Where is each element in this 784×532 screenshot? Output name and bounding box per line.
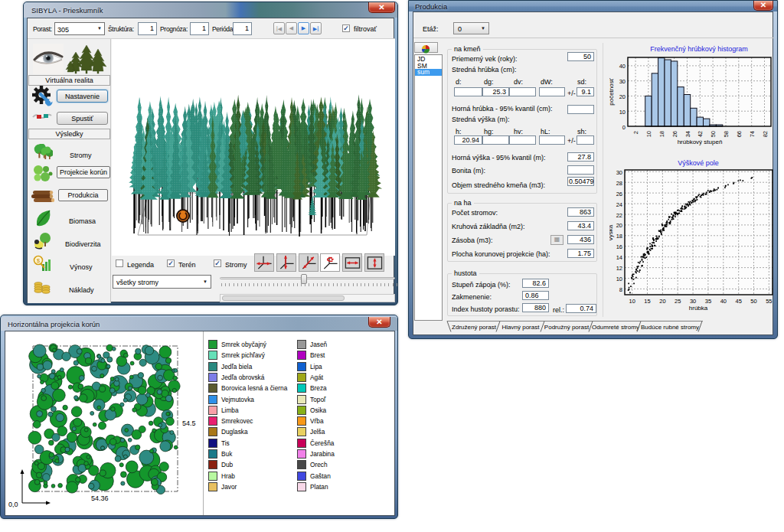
svg-text:55: 55 xyxy=(766,298,772,305)
svg-text:35: 35 xyxy=(705,298,711,305)
svg-text:40: 40 xyxy=(619,63,626,70)
svg-text:30: 30 xyxy=(619,78,626,85)
svg-text:0: 0 xyxy=(622,124,626,131)
svg-text:58: 58 xyxy=(723,131,730,137)
svg-text:Združený porast: Združený porast xyxy=(452,324,497,331)
svg-text:30: 30 xyxy=(616,169,622,176)
svg-text:14: 14 xyxy=(616,254,622,261)
svg-text:Podružný porast: Podružný porast xyxy=(544,324,590,331)
svg-text:28: 28 xyxy=(616,180,622,187)
svg-text:20: 20 xyxy=(619,93,626,100)
svg-text:18: 18 xyxy=(616,233,622,240)
svg-text:8: 8 xyxy=(619,286,622,293)
svg-text:Odumreté stromy: Odumreté stromy xyxy=(592,324,639,331)
svg-text:82: 82 xyxy=(762,131,769,137)
svg-text:10: 10 xyxy=(629,298,635,305)
svg-text:50: 50 xyxy=(710,131,717,137)
svg-text:15: 15 xyxy=(644,298,650,305)
svg-text:16: 16 xyxy=(616,243,622,250)
svg-text:50: 50 xyxy=(750,298,756,305)
svg-text:40: 40 xyxy=(720,298,727,305)
svg-text:18: 18 xyxy=(658,131,665,137)
svg-text:74: 74 xyxy=(749,131,756,137)
svg-text:výška: výška xyxy=(609,224,614,240)
svg-text:početnosť: početnosť xyxy=(609,77,615,105)
svg-text:hrúbkový stupeň: hrúbkový stupeň xyxy=(678,139,723,145)
svg-text:2: 2 xyxy=(632,131,639,134)
svg-text:10: 10 xyxy=(616,276,622,282)
svg-text:20: 20 xyxy=(659,298,665,305)
svg-text:hrúbka: hrúbka xyxy=(689,305,708,311)
svg-text:30: 30 xyxy=(690,298,696,305)
svg-text:25: 25 xyxy=(675,298,681,305)
svg-text:22: 22 xyxy=(616,212,622,219)
svg-text:10: 10 xyxy=(645,131,652,137)
svg-text:42: 42 xyxy=(697,131,704,137)
svg-text:34: 34 xyxy=(684,131,691,137)
svg-text:45: 45 xyxy=(736,298,742,305)
svg-text:12: 12 xyxy=(616,265,622,272)
svg-text:24: 24 xyxy=(616,201,622,208)
svg-text:26: 26 xyxy=(671,131,678,137)
svg-text:26: 26 xyxy=(616,191,622,197)
svg-text:66: 66 xyxy=(736,131,743,137)
svg-text:10: 10 xyxy=(619,109,626,116)
svg-text:Budúce rubné stromy: Budúce rubné stromy xyxy=(641,324,699,331)
svg-text:Hlavný porast: Hlavný porast xyxy=(502,324,541,331)
svg-text:$: $ xyxy=(37,257,41,264)
svg-text:20: 20 xyxy=(616,222,622,229)
